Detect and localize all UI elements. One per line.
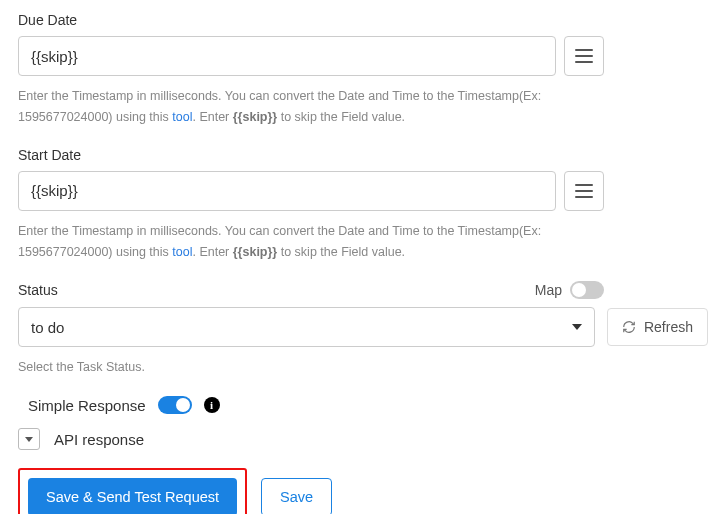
start-date-input-row [18, 171, 604, 211]
start-date-tool-link[interactable]: tool [172, 245, 192, 259]
status-select[interactable]: to do [18, 307, 595, 347]
due-date-label: Due Date [18, 12, 708, 28]
status-help: Select the Task Status. [18, 357, 604, 378]
status-map-wrap: Map [535, 281, 604, 299]
status-label-row: Status Map [18, 281, 604, 299]
map-label: Map [535, 282, 562, 298]
simple-response-toggle[interactable] [158, 396, 192, 414]
due-date-help: Enter the Timestamp in milliseconds. You… [18, 86, 604, 129]
refresh-button[interactable]: Refresh [607, 308, 708, 346]
map-toggle[interactable] [570, 281, 604, 299]
status-field: Status Map to do Refresh Select the Task… [18, 281, 708, 378]
status-select-row: to do Refresh [18, 307, 708, 347]
hamburger-icon [575, 49, 593, 63]
due-date-input-row [18, 36, 604, 76]
hamburger-icon [575, 184, 593, 198]
start-date-options-button[interactable] [564, 171, 604, 211]
api-response-label: API response [54, 431, 144, 448]
status-select-value: to do [31, 319, 64, 336]
start-date-help: Enter the Timestamp in milliseconds. You… [18, 221, 604, 264]
refresh-icon [622, 320, 636, 334]
refresh-label: Refresh [644, 319, 693, 335]
due-date-input[interactable] [18, 36, 556, 76]
simple-response-row: Simple Response i [28, 396, 708, 414]
simple-response-label: Simple Response [28, 397, 146, 414]
save-send-test-request-button[interactable]: Save & Send Test Request [28, 478, 237, 514]
chevron-down-icon [25, 437, 33, 442]
action-buttons-row: Save & Send Test Request Save [18, 468, 708, 514]
save-button[interactable]: Save [261, 478, 332, 514]
save-send-highlight: Save & Send Test Request [18, 468, 247, 514]
api-response-row: API response [18, 428, 708, 450]
start-date-input[interactable] [18, 171, 556, 211]
due-date-field: Due Date Enter the Timestamp in millisec… [18, 12, 708, 129]
info-icon[interactable]: i [204, 397, 220, 413]
start-date-label: Start Date [18, 147, 708, 163]
chevron-down-icon [572, 324, 582, 330]
due-date-tool-link[interactable]: tool [172, 110, 192, 124]
start-date-field: Start Date Enter the Timestamp in millis… [18, 147, 708, 264]
due-date-options-button[interactable] [564, 36, 604, 76]
status-label: Status [18, 282, 58, 298]
api-response-expand-button[interactable] [18, 428, 40, 450]
